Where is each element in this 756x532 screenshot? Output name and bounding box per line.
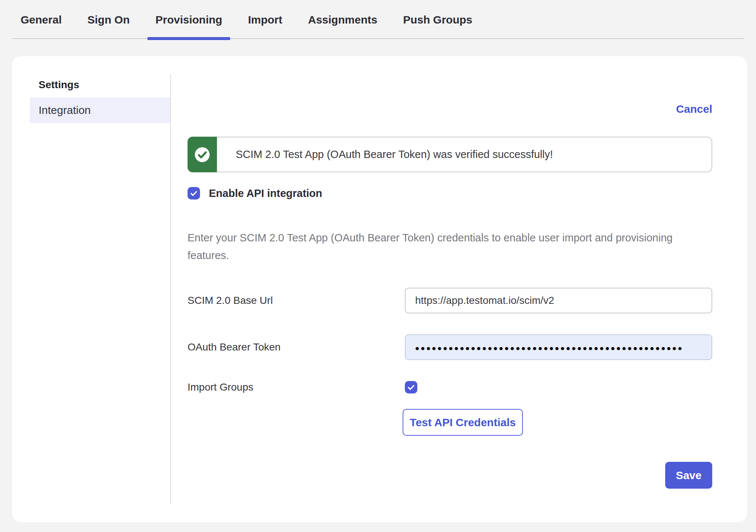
token-label: OAuth Bearer Token <box>188 341 405 353</box>
sidebar-item-integration[interactable]: Integration <box>30 97 170 123</box>
base-url-input[interactable] <box>405 288 712 313</box>
tab-provisioning[interactable]: Provisioning <box>147 14 231 38</box>
tab-import[interactable]: Import <box>240 14 290 38</box>
checkmark-icon <box>189 189 198 198</box>
tab-push-groups[interactable]: Push Groups <box>395 14 480 38</box>
check-circle-icon <box>194 147 210 163</box>
provisioning-card: Settings Integration Cancel SCIM 2.0 Tes… <box>12 56 747 522</box>
base-url-label: SCIM 2.0 Base Url <box>188 295 405 306</box>
enable-api-row: Enable API integration <box>188 187 712 200</box>
token-row: OAuth Bearer Token <box>188 334 712 360</box>
save-button[interactable]: Save <box>665 462 712 489</box>
import-groups-checkbox[interactable] <box>405 381 417 393</box>
tab-assignments[interactable]: Assignments <box>300 14 385 38</box>
sidebar-heading: Settings <box>39 79 170 91</box>
credentials-description: Enter your SCIM 2.0 Test App (OAuth Bear… <box>188 229 697 264</box>
success-banner-accent <box>188 137 217 172</box>
settings-sidebar: Settings Integration <box>12 56 170 522</box>
token-input[interactable] <box>405 334 712 360</box>
test-api-row: Test API Credentials <box>188 409 712 436</box>
sidebar-item-label: Integration <box>39 104 91 116</box>
enable-api-label: Enable API integration <box>209 187 322 200</box>
cancel-row: Cancel <box>188 103 712 115</box>
save-row: Save <box>188 462 712 489</box>
cancel-link[interactable]: Cancel <box>676 103 712 115</box>
checkmark-icon <box>407 383 416 392</box>
success-banner-message: SCIM 2.0 Test App (OAuth Bearer Token) w… <box>236 148 553 161</box>
sidebar-divider <box>170 74 171 504</box>
app-tab-bar: General Sign On Provisioning Import Assi… <box>13 0 744 39</box>
integration-panel: Cancel SCIM 2.0 Test App (OAuth Bearer T… <box>170 56 747 522</box>
enable-api-checkbox[interactable] <box>188 187 200 200</box>
test-api-credentials-button[interactable]: Test API Credentials <box>403 409 523 436</box>
import-groups-label: Import Groups <box>188 381 405 393</box>
success-banner: SCIM 2.0 Test App (OAuth Bearer Token) w… <box>188 137 712 172</box>
success-banner-body: SCIM 2.0 Test App (OAuth Bearer Token) w… <box>217 137 712 172</box>
tab-general[interactable]: General <box>13 14 70 38</box>
import-groups-row: Import Groups <box>188 381 712 393</box>
tab-sign-on[interactable]: Sign On <box>79 14 138 38</box>
base-url-row: SCIM 2.0 Base Url <box>188 288 712 313</box>
